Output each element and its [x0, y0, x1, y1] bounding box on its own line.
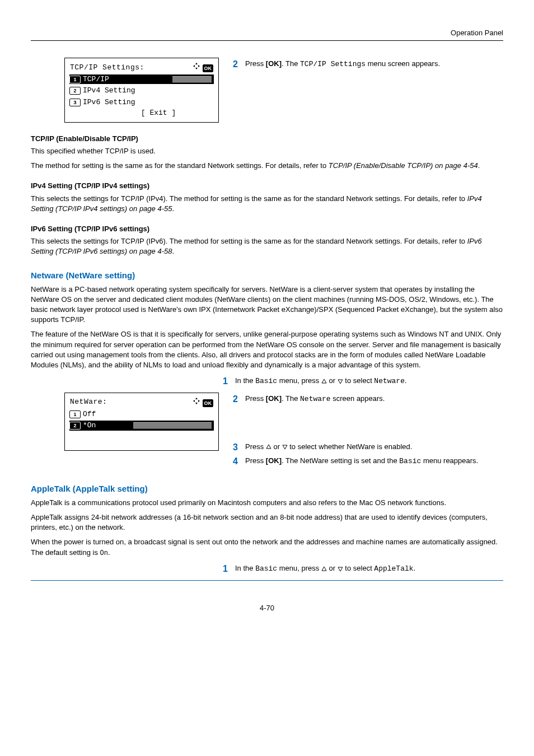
lcd-item-label: *On — [83, 421, 96, 430]
heading-appletalk: AppleTalk (AppleTalk setting) — [31, 483, 503, 494]
step-number: 4 — [233, 456, 241, 467]
step-text: Press [OK]. The Netware screen appears. — [245, 394, 385, 405]
ok-icon: OK — [203, 399, 214, 407]
lcd-item-num: 1 — [69, 410, 81, 418]
step-number: 1 — [223, 376, 231, 387]
lcd-item-label: IPv4 Setting — [83, 86, 135, 95]
lcd-item-label: TCP/IP — [83, 75, 109, 83]
ok-icon: OK — [203, 64, 214, 72]
lcd-icons: OK — [181, 62, 214, 73]
header-rule — [31, 40, 503, 41]
lcd-netware: NetWare: OK 1Off 2*On — [64, 393, 219, 451]
lcd-item-num: 2 — [69, 87, 81, 95]
up-arrow-icon — [321, 379, 327, 384]
lcd-item-label: IPv6 Setting — [83, 98, 135, 106]
para: AppleTalk assigns 24-bit network address… — [31, 512, 503, 533]
down-arrow-icon — [338, 379, 343, 384]
heading-netware: Netware (NetWare setting) — [31, 269, 503, 281]
lcd-item-label: Off — [83, 410, 96, 418]
para: NetWare is a PC-based network operating … — [31, 284, 503, 325]
para: The method for setting is the same as fo… — [31, 161, 503, 171]
para: This selects the settings for TCP/IP (IP… — [31, 194, 503, 214]
heading-tcpip: TCP/IP (Enable/Disable TCP/IP) — [31, 134, 503, 144]
up-arrow-icon — [266, 444, 271, 450]
para: AppleTalk is a communications protocol u… — [31, 498, 503, 508]
para: When the power is turned on, a broadcast… — [31, 537, 503, 558]
step-text: In the Basic menu, press or to select Ne… — [235, 376, 407, 387]
down-arrow-icon — [338, 566, 343, 572]
lcd-icons: OK — [161, 396, 214, 408]
up-arrow-icon — [321, 566, 327, 572]
step-number: 2 — [233, 394, 241, 405]
lcd-exit: [ Exit ] — [69, 108, 214, 119]
para: This selects the settings for TCP/IP (IP… — [31, 236, 503, 256]
lcd-item-num: 3 — [69, 99, 81, 106]
header-section: Operation Panel — [31, 28, 503, 38]
step-number: 1 — [223, 563, 231, 575]
page-number: 4-70 — [31, 603, 503, 613]
step-text: Press or to select whether NetWare is en… — [245, 442, 412, 452]
lcd-item-num: 2 — [69, 422, 81, 430]
step-text: Press [OK]. The TCP/IP Settings menu scr… — [245, 59, 440, 70]
lcd-tcpip: TCP/IP Settings: OK 1TCP/IP 2IPv4 Settin… — [64, 58, 219, 123]
step-text: Press [OK]. The NetWare setting is set a… — [245, 456, 478, 467]
lcd-title: NetWare: — [69, 396, 161, 408]
heading-ipv6: IPv6 Setting (TCP/IP IPv6 settings) — [31, 224, 503, 234]
step-text: In the Basic menu, press or to select Ap… — [235, 563, 415, 575]
step-number: 2 — [233, 59, 241, 70]
xref-link[interactable]: TCP/IP (Enable/Disable TCP/IP) on page 4… — [329, 161, 478, 170]
down-arrow-icon — [282, 444, 288, 450]
lcd-item-num: 1 — [69, 76, 81, 83]
footer-rule — [31, 580, 503, 581]
heading-ipv4: IPv4 Setting (TCP/IP IPv4 settings) — [31, 181, 503, 191]
para: The feature of the NetWare OS is that it… — [31, 329, 503, 370]
para: This specified whether TCP/IP is used. — [31, 146, 503, 156]
lcd-title: TCP/IP Settings: — [69, 62, 181, 73]
step-number: 3 — [233, 442, 241, 452]
